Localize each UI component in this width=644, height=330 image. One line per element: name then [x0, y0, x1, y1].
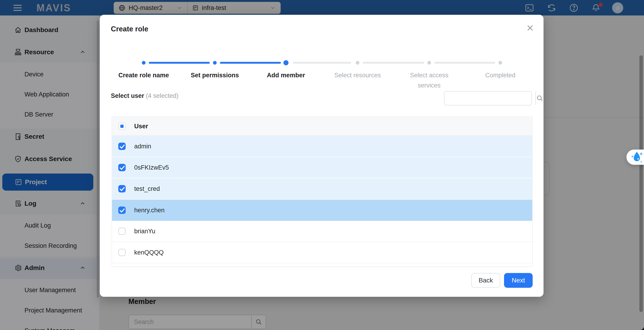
user-search-button[interactable] — [536, 92, 544, 105]
stepper-dot — [427, 61, 431, 65]
user-table-header: User — [112, 117, 532, 136]
stepper-dot — [142, 61, 146, 65]
back-button[interactable]: Back — [471, 273, 500, 288]
row-checkbox[interactable] — [118, 143, 126, 150]
step-label-completed: Completed — [466, 70, 535, 80]
step-label-create-role-name: Create role name — [109, 70, 178, 80]
create-role-modal: Create role Create role name Set permiss… — [100, 15, 544, 297]
table-row-highlighted[interactable]: henry.chen — [112, 200, 532, 221]
modal-title: Create role — [111, 25, 148, 33]
table-row[interactable]: test_cred — [112, 178, 532, 200]
selected-count: (4 selected) — [146, 92, 178, 99]
stepper-connector — [434, 62, 495, 64]
table-row[interactable]: kenQQQQ — [112, 242, 532, 263]
page-scrollbar-thumb[interactable] — [640, 55, 643, 312]
row-checkbox[interactable] — [118, 228, 126, 235]
row-checkbox[interactable] — [118, 207, 126, 214]
stepper-dot — [356, 61, 360, 65]
assistant-fab[interactable] — [626, 150, 644, 165]
next-button[interactable]: Next — [504, 273, 533, 288]
search-icon — [536, 94, 544, 102]
stepper-connector — [149, 62, 210, 64]
table-row[interactable]: 0sFKIzwEv5 — [112, 157, 532, 178]
row-checkbox[interactable] — [118, 249, 126, 256]
step-label-select-access-services: Select access services — [404, 70, 454, 90]
stepper-connector — [293, 62, 351, 64]
stepper-connector — [363, 62, 424, 64]
stepper-dot — [213, 61, 217, 65]
select-user-label: Select user (4 selected) — [111, 92, 178, 99]
user-search-input[interactable] — [444, 92, 536, 105]
user-column-header: User — [134, 123, 148, 130]
row-checkbox[interactable] — [118, 164, 126, 171]
droplet-sparkle-icon — [630, 150, 644, 164]
table-row[interactable]: admin — [112, 136, 532, 157]
stepper-connector — [220, 62, 281, 64]
table-row[interactable]: brianYu — [112, 221, 532, 242]
close-icon — [526, 24, 534, 32]
close-button[interactable] — [524, 22, 536, 34]
stepper-dot — [498, 61, 502, 65]
step-label-add-member: Add member — [251, 70, 320, 80]
user-search — [444, 91, 532, 105]
stepper-dot-current — [284, 60, 288, 65]
user-table: User admin 0sFKIzwEv5 test_cred henry.ch… — [112, 117, 533, 267]
step-label-set-permissions: Set permissions — [180, 70, 250, 80]
row-checkbox[interactable] — [118, 185, 126, 192]
select-all-checkbox[interactable] — [118, 123, 126, 130]
step-label-select-resources: Select resources — [323, 70, 392, 80]
